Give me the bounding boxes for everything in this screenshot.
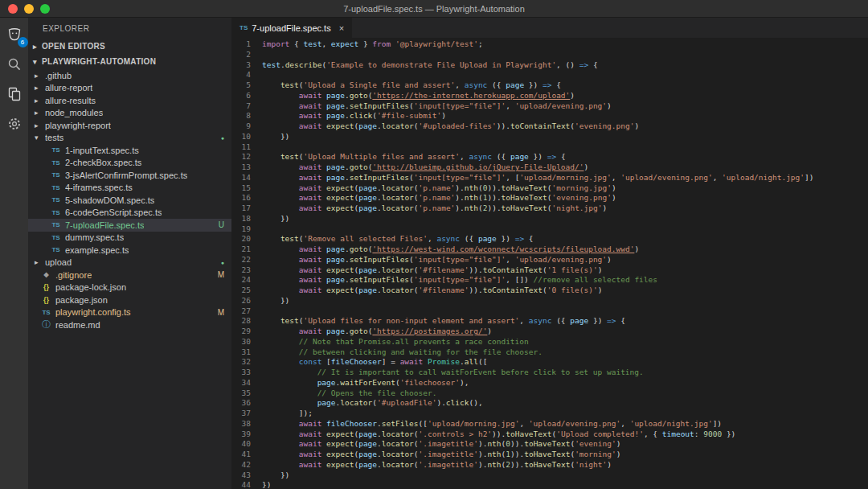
- section-playwright-automation[interactable]: ▾ PLAYWRIGHT-AUTOMATION: [28, 54, 231, 69]
- tree-folder-upload[interactable]: ▸upload●: [28, 257, 231, 269]
- tree-file-dummy.spec.ts[interactable]: TSdummy.spec.ts: [28, 232, 231, 244]
- code-line-22[interactable]: 22 await page.setInputFiles('input[type=…: [231, 255, 868, 265]
- code-line-25[interactable]: 25 await expect(page.locator('#filename'…: [231, 286, 868, 296]
- code-line-9[interactable]: 9 await expect(page.locator('#uploaded-f…: [231, 121, 868, 132]
- code-line-7[interactable]: 7 await page.setInputFiles('input[type="…: [231, 101, 868, 112]
- code-line-26[interactable]: 26 }): [231, 296, 868, 306]
- code-token: }): [262, 132, 289, 141]
- code-line-24[interactable]: 24 await page.setInputFiles('input[type=…: [231, 275, 868, 286]
- code-line-37[interactable]: 37 ]);: [231, 409, 868, 419]
- info-file-icon: ⓘ: [40, 318, 52, 331]
- code-line-15[interactable]: 15 await expect(page.locator('p.name').n…: [231, 183, 868, 194]
- code-line-41[interactable]: 41 await expect(page.locator('.imagetitl…: [231, 450, 868, 460]
- code-line-17[interactable]: 17 await expect(page.locator('p.name').n…: [231, 203, 868, 214]
- tree-file-3-jsAlertConfirmPrompt.spec.ts[interactable]: TS3-jsAlertConfirmPrompt.spec.ts: [28, 169, 231, 182]
- code-line-32[interactable]: 32 const [fileChooser] = await Promise.a…: [231, 357, 868, 368]
- code-line-44[interactable]: 44}): [231, 480, 868, 489]
- tree-folder-allure-results[interactable]: ▸allure-results: [28, 94, 231, 107]
- code-line-3[interactable]: 3test.describe('Example to demonstrate F…: [231, 60, 868, 71]
- code-line-10[interactable]: 10 }): [231, 132, 868, 142]
- code-line-5[interactable]: 5 test('Upload a Single file and assert'…: [231, 80, 868, 91]
- code-line-34[interactable]: 34 page.waitForEvent('filechooser'),: [231, 378, 868, 388]
- maximize-window-button[interactable]: [40, 4, 50, 14]
- code-line-20[interactable]: 20 test('Remove all selected Files', asy…: [231, 234, 868, 244]
- code-token: page: [358, 193, 377, 202]
- code-line-16[interactable]: 16 await expect(page.locator('p.name').n…: [231, 193, 868, 203]
- tree-file-.gitignore[interactable]: ◆.gitignoreM: [28, 269, 231, 281]
- code-line-40[interactable]: 40 await expect(page.locator('.imagetitl…: [231, 439, 868, 450]
- chevron-down-icon: ▾: [35, 134, 43, 142]
- code-token: page: [478, 234, 497, 243]
- code-line-13[interactable]: 13 await page.goto('http://blueimp.githu…: [231, 162, 868, 173]
- tree-file-4-iframes.spec.ts[interactable]: TS4-iframes.spec.ts: [28, 182, 231, 195]
- settings-gear-icon[interactable]: [5, 114, 24, 134]
- files-icon[interactable]: [5, 84, 24, 104]
- tree-file-example.spec.ts[interactable]: TSexample.spec.ts: [28, 244, 231, 257]
- code-line-29[interactable]: 29 await page.goto('https://postimages.o…: [231, 327, 868, 337]
- tree-file-package.json[interactable]: {}package.json: [28, 294, 231, 306]
- code-line-42[interactable]: 42 await expect(page.locator('.imagetitl…: [231, 460, 868, 471]
- code-line-35[interactable]: 35 // Opens the file chooser.: [231, 388, 868, 399]
- code-line-43[interactable]: 43 }): [231, 471, 868, 481]
- tree-file-5-shadowDOM.spec.ts[interactable]: TS5-shadowDOM.spec.ts: [28, 194, 231, 207]
- close-window-button[interactable]: [8, 4, 18, 14]
- code-line-11[interactable]: 11: [231, 142, 868, 153]
- code-line-1[interactable]: 1import { test, expect } from '@playwrig…: [231, 39, 868, 50]
- code-area[interactable]: 1import { test, expect } from '@playwrig…: [231, 38, 868, 489]
- playwright-test-icon[interactable]: 6: [5, 25, 24, 44]
- code-token: ,: [519, 316, 528, 325]
- minimize-window-button[interactable]: [24, 4, 34, 14]
- code-token: 'Example to demonstrate File Upload in P…: [326, 60, 556, 69]
- line-number: 37: [231, 409, 262, 419]
- tree-folder-playwright-report[interactable]: ▸playwright-report: [28, 119, 231, 132]
- tree-file-7-uploadFile.spec.ts[interactable]: TS7-uploadFile.spec.tsU: [28, 219, 231, 232]
- code-line-18[interactable]: 18 }): [231, 214, 868, 224]
- code-line-30[interactable]: 30 // Note that Promise.all prevents a r…: [231, 337, 868, 347]
- tree-folder-tests[interactable]: ▾tests●: [28, 132, 231, 145]
- chevron-right-icon: ▸: [35, 121, 43, 129]
- close-tab-icon[interactable]: ×: [339, 23, 344, 33]
- tree-folder-node_modules[interactable]: ▸node_modules: [28, 107, 231, 120]
- code-line-39[interactable]: 39 await expect(page.locator('.controls …: [231, 429, 868, 440]
- code-line-4[interactable]: 4: [231, 70, 868, 80]
- tree-folder-.github[interactable]: ▸.github: [28, 69, 231, 82]
- code-token: toContainText: [483, 286, 542, 294]
- line-content: // between clicking and waiting for the …: [262, 347, 542, 358]
- tree-file-6-codeGenScript.spec.ts[interactable]: TS6-codeGenScript.spec.ts: [28, 207, 231, 220]
- code-token: 'upload/morning.jpg': [428, 419, 519, 428]
- file-label: 3-jsAlertConfirmPrompt.spec.ts: [65, 171, 187, 180]
- tree-folder-allure-report[interactable]: ▸allure-report: [28, 82, 231, 95]
- code-line-6[interactable]: 6 await page.goto('https://the-internet.…: [231, 91, 868, 101]
- code-line-14[interactable]: 14 await page.setInputFiles('input[type=…: [231, 173, 868, 183]
- code-line-12[interactable]: 12 test('Upload Multiple files and asser…: [231, 152, 868, 162]
- file-label: 6-codeGenScript.spec.ts: [65, 208, 162, 217]
- code-line-21[interactable]: 21 await page.goto('https://west-wind.co…: [231, 244, 868, 255]
- code-line-23[interactable]: 23 await expect(page.locator('#filename'…: [231, 265, 868, 276]
- code-line-8[interactable]: 8 await page.click('#file-submit'): [231, 111, 868, 121]
- tree-file-playwright.config.ts[interactable]: TSplaywright.config.tsM: [28, 306, 231, 319]
- code-line-38[interactable]: 38 await fileChooser.setFiles(['upload/m…: [231, 419, 868, 429]
- line-content: await page.setInputFiles('input[type="fi…: [262, 173, 813, 183]
- code-line-33[interactable]: 33 // It is important to call waitForEve…: [231, 368, 868, 378]
- code-token: ): [616, 439, 621, 448]
- code-line-2[interactable]: 2: [231, 50, 868, 60]
- tree-file-readme.md[interactable]: ⓘreadme.md: [28, 318, 231, 331]
- tree-file-package-lock.json[interactable]: {}package-lock.json: [28, 281, 231, 294]
- code-token: ): [487, 327, 492, 335]
- code-line-28[interactable]: 28 test('Upload files for non-input elem…: [231, 316, 868, 327]
- line-number: 10: [231, 132, 262, 142]
- code-token: test: [304, 39, 322, 48]
- code-line-36[interactable]: 36 page.locator('#uploadFile').click(),: [231, 398, 868, 409]
- code-token: 'upload/evening.png': [515, 101, 607, 110]
- search-icon[interactable]: [5, 55, 24, 74]
- code-line-27[interactable]: 27: [231, 306, 868, 317]
- tree-file-2-checkBox.spec.ts[interactable]: TS2-checkBox.spec.ts: [28, 157, 231, 170]
- code-token: )).: [497, 121, 510, 130]
- tree-file-1-inputText.spec.ts[interactable]: TS1-inputText.spec.ts: [28, 144, 231, 157]
- code-token: page: [358, 460, 377, 469]
- tab-bar: TS 7-uploadFile.spec.ts ×: [231, 18, 868, 38]
- tab-7-uploadFile-spec-ts[interactable]: TS 7-uploadFile.spec.ts ×: [231, 18, 353, 38]
- code-line-19[interactable]: 19: [231, 224, 868, 235]
- code-line-31[interactable]: 31 // between clicking and waiting for t…: [231, 347, 868, 358]
- section-open-editors[interactable]: ▸ OPEN EDITORS: [28, 39, 231, 54]
